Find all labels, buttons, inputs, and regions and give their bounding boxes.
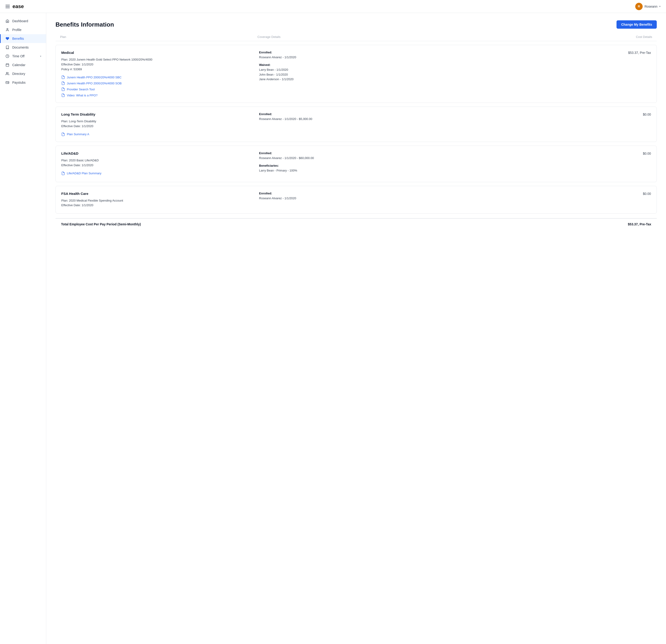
document-icon <box>61 93 65 97</box>
user-menu[interactable]: R Roseann ▾ <box>635 3 661 10</box>
user-avatar: R <box>635 3 643 10</box>
coverage-block: Enrolled: Roseann Alvarez - 1/1/2020 - $… <box>259 112 453 122</box>
coverage-label: Enrolled: <box>259 192 453 195</box>
plan-section: Life/AD&D Plan: 2020 Basic Life/AD&DEffe… <box>61 151 255 176</box>
wallet-icon <box>5 80 10 85</box>
sidebar-item-label: Paystubs <box>12 81 26 84</box>
benefits-list: Medical Plan: 2020 Junem Health Gold Sel… <box>55 45 657 214</box>
document-icon <box>61 82 65 85</box>
coverage-detail: Larry Bean - 1/1/2020 <box>259 68 453 72</box>
sidebar-item-paystubs[interactable]: Paystubs <box>0 78 46 87</box>
plan-link[interactable]: Life/AD&D Plan Summary <box>61 172 255 175</box>
username-label: Roseann <box>645 5 658 8</box>
sidebar-item-benefits[interactable]: Benefits <box>0 34 46 43</box>
coverage-detail: Roseann Alvarez - 1/1/2020 <box>259 196 453 201</box>
coverage-detail: Roseann Alvarez - 1/1/2020 <box>259 55 453 60</box>
sidebar-item-timeoff[interactable]: Time Off ▾ <box>0 52 46 60</box>
plan-link-label: Life/AD&D Plan Summary <box>67 172 102 175</box>
svg-rect-7 <box>6 82 9 84</box>
coverage-column-header: Coverage Details <box>257 35 455 39</box>
svg-point-6 <box>6 72 7 73</box>
timeoff-chevron-icon: ▾ <box>40 55 41 58</box>
plan-link-label: Plan Summary A <box>67 132 89 136</box>
sidebar-item-calendar[interactable]: Calendar <box>0 60 46 69</box>
page-title: Benefits Information <box>55 21 114 28</box>
logo-area: ease <box>5 3 24 10</box>
coverage-label: Waived: <box>259 63 453 67</box>
people-icon <box>5 72 10 76</box>
hamburger-menu-icon[interactable] <box>5 5 10 8</box>
coverage-section: Enrolled: Roseann Alvarez - 1/1/2020 Wai… <box>259 51 453 97</box>
cost-section: $0.00 <box>457 192 651 208</box>
plan-link[interactable]: Plan Summary A <box>61 132 255 136</box>
plan-section: Medical Plan: 2020 Junem Health Gold Sel… <box>61 51 255 97</box>
plan-link-label: Junem Health PPO 2000/20%/4000 SOB <box>67 82 122 85</box>
app-layout: Dashboard Profile Benefits Documents Tim… <box>0 13 666 644</box>
plan-links: Plan Summary A <box>61 132 255 136</box>
sidebar-item-dashboard[interactable]: Dashboard <box>0 17 46 25</box>
coverage-block: Enrolled: Roseann Alvarez - 1/1/2020 <box>259 51 453 60</box>
table-headers: Plan Coverage Details Cost Details <box>55 35 657 41</box>
footer-total-label: Total Employee Cost Per Pay Period (Semi… <box>61 222 141 226</box>
sidebar-item-label: Directory <box>12 72 25 76</box>
sidebar-item-label: Profile <box>12 28 21 32</box>
sidebar-item-directory[interactable]: Directory <box>0 69 46 78</box>
cost-amount: $0.00 <box>643 151 651 155</box>
coverage-block: Enrolled: Roseann Alvarez - 1/1/2020 <box>259 192 453 201</box>
home-icon <box>5 19 10 23</box>
top-header: ease R Roseann ▾ <box>0 0 666 13</box>
coverage-detail: Roseann Alvarez - 1/1/2020 - $60,000.00 <box>259 156 453 161</box>
page-header: Benefits Information Change My Benefits <box>55 20 657 29</box>
benefit-card-life: Life/AD&D Plan: 2020 Basic Life/AD&DEffe… <box>55 146 657 182</box>
coverage-block: Waived: Larry Bean - 1/1/2020John Bean -… <box>259 63 453 82</box>
plan-section: Long Term Disability Plan: Long-Term Dis… <box>61 112 255 136</box>
sidebar-item-label: Calendar <box>12 63 25 67</box>
svg-rect-2 <box>6 64 9 67</box>
document-icon <box>61 75 65 79</box>
clock-icon <box>5 54 10 58</box>
plan-link[interactable]: Video: What is a PPO? <box>61 93 255 97</box>
cost-section: $0.00 <box>457 112 651 136</box>
plan-detail: Plan: Long-Term Disability <box>61 119 255 124</box>
plan-detail: Effective Date: 1/1/2020 <box>61 203 255 208</box>
cost-section: $53.37, Pre-Tax <box>457 51 651 97</box>
footer-total-cost: $53.37, Pre-Tax <box>628 222 651 226</box>
coverage-label: Enrolled: <box>259 151 453 155</box>
sidebar-item-label: Time Off <box>12 54 24 58</box>
plan-detail: Effective Date: 1/1/2020 <box>61 163 255 168</box>
svg-point-0 <box>7 29 8 30</box>
plan-detail: Effective Date: 1/1/2020 <box>61 62 255 67</box>
plan-section: FSA Health Care Plan: 2020 Medical Flexi… <box>61 192 255 208</box>
sidebar-item-documents[interactable]: Documents <box>0 43 46 52</box>
plan-link[interactable]: Provider Search Tool <box>61 87 255 91</box>
person-icon <box>5 28 10 32</box>
coverage-section: Enrolled: Roseann Alvarez - 1/1/2020 - $… <box>259 151 453 176</box>
benefit-card-fsa: FSA Health Care Plan: 2020 Medical Flexi… <box>55 186 657 214</box>
coverage-detail: Roseann Alvarez - 1/1/2020 - $5,000.00 <box>259 117 453 122</box>
sidebar-item-label: Documents <box>12 46 29 49</box>
document-icon <box>61 132 65 136</box>
coverage-section: Enrolled: Roseann Alvarez - 1/1/2020 - $… <box>259 112 453 136</box>
calendar-icon <box>5 63 10 67</box>
plan-links: Junem Health PPO 2000/20%/4000 SBC Junem… <box>61 75 255 97</box>
cost-amount: $0.00 <box>643 192 651 196</box>
book-icon <box>5 45 10 50</box>
plan-detail: Plan: 2020 Basic Life/AD&D <box>61 158 255 163</box>
plan-name: Medical <box>61 51 255 55</box>
plan-link-label: Video: What is a PPO? <box>67 94 98 97</box>
cost-column-header: Cost Details <box>455 35 652 39</box>
plan-detail: Effective Date: 1/1/2020 <box>61 124 255 129</box>
plan-link[interactable]: Junem Health PPO 2000/20%/4000 SBC <box>61 75 255 79</box>
sidebar-item-profile[interactable]: Profile <box>0 25 46 34</box>
change-benefits-button[interactable]: Change My Benefits <box>616 20 657 29</box>
benefit-card-inner: Life/AD&D Plan: 2020 Basic Life/AD&DEffe… <box>61 151 651 176</box>
cost-amount: $0.00 <box>643 112 651 116</box>
benefit-card-ltd: Long Term Disability Plan: Long-Term Dis… <box>55 107 657 142</box>
coverage-label: Beneficiaries: <box>259 164 453 167</box>
heart-icon <box>5 37 10 41</box>
plan-links: Life/AD&D Plan Summary <box>61 172 255 175</box>
cost-section: $0.00 <box>457 151 651 176</box>
plan-name: Long Term Disability <box>61 112 255 116</box>
plan-link-label: Provider Search Tool <box>67 88 94 91</box>
plan-link[interactable]: Junem Health PPO 2000/20%/4000 SOB <box>61 82 255 85</box>
